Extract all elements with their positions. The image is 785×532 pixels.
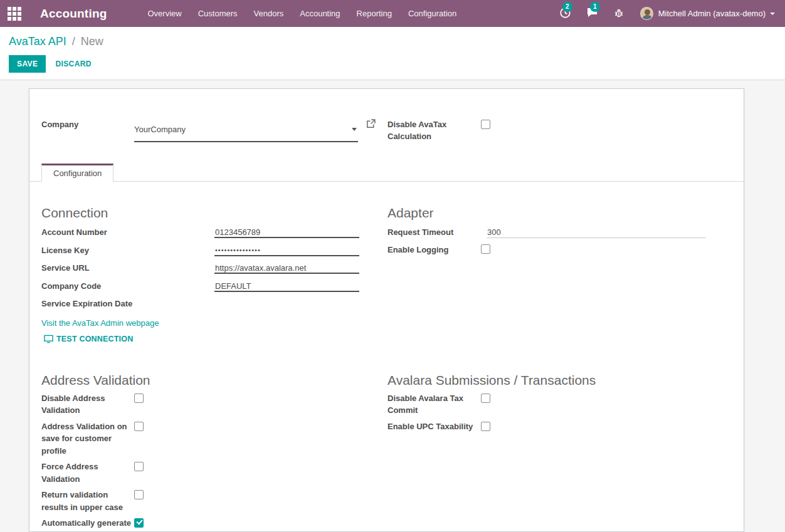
force-address-validation-row: Force Address Validation [41, 461, 387, 485]
app-title[interactable]: Accounting [40, 7, 107, 21]
user-menu[interactable]: Mitchell Admin (avatax-demo) [640, 7, 775, 20]
force-address-validation-checkbox[interactable] [134, 462, 144, 471]
service-expiration-value [214, 296, 359, 310]
auto-customer-code-row: Automatically generate customer code [41, 517, 387, 532]
disable-tax-commit-label: Disable Avalara Tax Commit [387, 392, 482, 417]
adapter-section: Adapter Request Timeout 300 Enable Loggi… [387, 204, 706, 343]
uppercase-results-checkbox[interactable] [134, 490, 144, 499]
enable-logging-label: Enable Logging [387, 243, 487, 256]
disable-tax-commit-row: Disable Avalara Tax Commit [387, 392, 706, 417]
company-value: YourCompany [134, 123, 352, 135]
license-key-input[interactable]: ••••••••••••••• [214, 243, 359, 256]
uppercase-results-row: Return validation results in upper case [41, 489, 387, 513]
sections-row-1: Connection Account Number 0123456789 Lic… [41, 204, 734, 343]
menu-item-vendors[interactable]: Vendors [246, 0, 292, 27]
form-sheet: Company YourCompany Disable AvaTax Calcu… [29, 88, 744, 532]
top-field-group: Company YourCompany Disable AvaTax Calcu… [41, 118, 734, 142]
address-validation-section: Address Validation Disable Address Valid… [41, 372, 387, 532]
disable-address-validation-checkbox[interactable] [134, 394, 144, 403]
tab-configuration[interactable]: Configuration [41, 164, 113, 182]
systray: 2 1 Mitchell Admin (avatax-demo) [552, 7, 785, 21]
disable-address-validation-label: Disable Address Validation [41, 392, 132, 417]
auto-customer-code-checkbox[interactable] [134, 518, 144, 528]
auto-customer-code-label: Automatically generate customer code [41, 517, 132, 532]
menu-item-accounting[interactable]: Accounting [292, 0, 348, 27]
validation-on-save-row: Address Validation on save for customer … [41, 420, 387, 457]
avatax-admin-webpage-link[interactable]: Visit the AvaTax Admin webpage [41, 317, 159, 329]
menu-item-configuration[interactable]: Configuration [400, 0, 465, 27]
force-address-validation-label: Force Address Validation [41, 461, 132, 485]
request-timeout-row: Request Timeout 300 [387, 225, 706, 243]
service-url-label: Service URL [41, 261, 214, 274]
notebook-tabs: Configuration [29, 164, 744, 182]
disable-avatax-row: Disable AvaTax Calculation [387, 118, 490, 142]
breadcrumb: AvaTax API / New [9, 35, 775, 48]
control-panel-buttons: SAVE DISCARD [9, 55, 775, 73]
disable-avatax-label: Disable AvaTax Calculation [387, 118, 482, 142]
apps-menu-button[interactable] [0, 0, 29, 27]
control-panel: AvaTax API / New SAVE DISCARD [0, 27, 785, 80]
chevron-down-icon [770, 13, 775, 15]
avalara-submissions-title: Avalara Submissions / Transactions [387, 372, 706, 389]
activities-badge: 2 [562, 2, 572, 12]
enable-logging-checkbox[interactable] [481, 244, 490, 254]
dropdown-caret-icon[interactable] [352, 128, 357, 131]
menu-item-overview[interactable]: Overview [140, 0, 190, 27]
validation-on-save-checkbox[interactable] [134, 422, 144, 431]
main-menu: Overview Customers Vendors Accounting Re… [140, 0, 465, 27]
top-navbar: Accounting Overview Customers Vendors Ac… [0, 0, 785, 27]
avalara-submissions-section: Avalara Submissions / Transactions Disab… [387, 372, 706, 532]
sections-row-2: Address Validation Disable Address Valid… [41, 372, 734, 532]
activity-clock-icon: 2 [559, 7, 571, 21]
breadcrumb-current: New [81, 35, 103, 48]
content-area: Company YourCompany Disable AvaTax Calcu… [0, 80, 785, 532]
enable-upc-taxability-checkbox[interactable] [481, 422, 490, 431]
disable-address-validation-row: Disable Address Validation [41, 392, 387, 417]
enable-upc-taxability-row: Enable UPC Taxability [387, 420, 706, 433]
license-key-row: License Key ••••••••••••••• [41, 243, 387, 261]
uppercase-results-label: Return validation results in upper case [41, 489, 132, 513]
account-number-input[interactable]: 0123456789 [214, 225, 359, 238]
company-code-row: Company Code DEFAULT [41, 279, 387, 297]
test-connection-button[interactable]: TEST CONNECTION [44, 335, 387, 343]
external-link-icon[interactable] [366, 119, 376, 142]
menu-item-customers[interactable]: Customers [190, 0, 246, 27]
breadcrumb-parent-link[interactable]: AvaTax API [9, 35, 66, 48]
license-key-label: License Key [41, 243, 214, 256]
company-label: Company [41, 118, 134, 142]
chat-bubble-icon: 1 [586, 7, 599, 20]
discard-button[interactable]: DISCARD [55, 60, 91, 68]
debug-button[interactable] [606, 8, 631, 20]
menu-item-reporting[interactable]: Reporting [349, 0, 400, 27]
messages-badge: 1 [590, 2, 600, 12]
messages-button[interactable]: 1 [579, 7, 606, 20]
adapter-title: Adapter [387, 204, 706, 221]
enable-upc-taxability-label: Enable UPC Taxability [387, 420, 482, 433]
disable-avatax-checkbox[interactable] [481, 120, 490, 129]
service-url-input[interactable]: https://avatax.avalara.net [214, 261, 359, 274]
service-expiration-row: Service Expiration Date [41, 296, 387, 315]
company-code-label: Company Code [41, 279, 214, 292]
request-timeout-label: Request Timeout [387, 225, 487, 238]
connection-section: Connection Account Number 0123456789 Lic… [41, 204, 387, 343]
apps-grid-icon [8, 7, 21, 21]
monitor-icon [44, 335, 53, 343]
validation-on-save-label: Address Validation on save for customer … [41, 420, 132, 457]
user-name: Mitchell Admin (avatax-demo) [658, 9, 766, 18]
breadcrumb-separator: / [72, 35, 75, 48]
test-connection-label: TEST CONNECTION [56, 335, 133, 343]
user-avatar [640, 7, 653, 20]
service-expiration-label: Service Expiration Date [41, 296, 214, 310]
company-field-row: Company YourCompany [41, 118, 387, 142]
bug-icon [614, 8, 624, 20]
company-code-input[interactable]: DEFAULT [214, 279, 359, 292]
company-select[interactable]: YourCompany [134, 118, 358, 142]
account-number-label: Account Number [41, 225, 214, 238]
request-timeout-input[interactable]: 300 [487, 225, 706, 238]
connection-title: Connection [41, 204, 387, 221]
address-validation-title: Address Validation [41, 372, 387, 389]
activities-button[interactable]: 2 [552, 7, 579, 21]
save-button[interactable]: SAVE [9, 55, 46, 73]
disable-tax-commit-checkbox[interactable] [481, 394, 490, 403]
service-url-row: Service URL https://avatax.avalara.net [41, 261, 387, 279]
